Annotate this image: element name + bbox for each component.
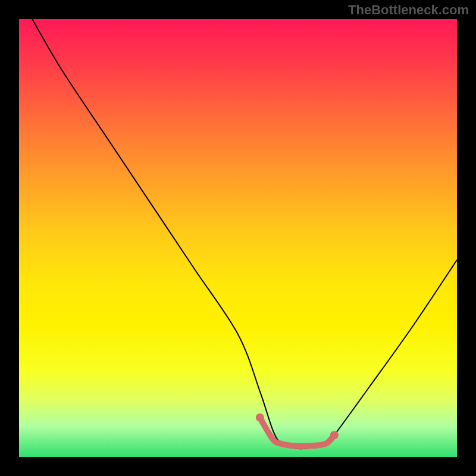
plot-area [19,19,457,457]
watermark-text: TheBottleneck.com [348,2,469,18]
highlight-dot-left [256,414,264,422]
optimal-zone-highlight [260,418,334,446]
highlight-dot-right [330,431,339,439]
curve-svg [19,19,457,457]
bottleneck-curve-path [32,19,457,449]
chart-container: TheBottleneck.com [0,0,476,476]
